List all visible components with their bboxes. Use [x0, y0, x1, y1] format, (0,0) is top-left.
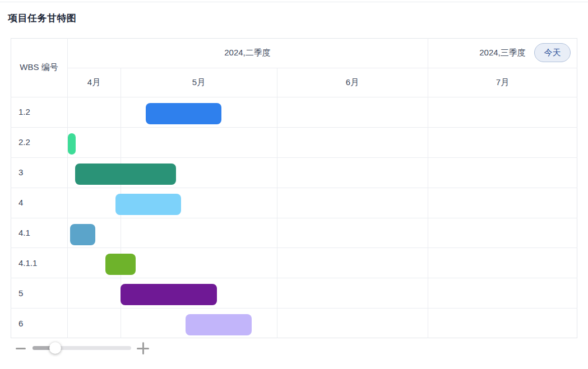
grid-line: [11, 218, 577, 218]
today-button[interactable]: 今天: [534, 43, 571, 62]
wbs-row-label: 6: [11, 308, 67, 338]
month-label: 6月: [277, 68, 428, 97]
task-bar[interactable]: [115, 194, 181, 215]
month-label: 4月: [67, 68, 121, 97]
task-bar[interactable]: [105, 254, 136, 275]
wbs-row-label: 3: [11, 157, 67, 188]
zoom-in-button[interactable]: [136, 341, 150, 356]
plus-icon: [142, 342, 144, 354]
wbs-header-label: WBS 编号: [11, 38, 67, 97]
grid-line: [11, 188, 577, 188]
grid-line: [11, 278, 577, 278]
wbs-row-label: 4.1: [11, 218, 67, 248]
gantt-app: 项目任务甘特图 WBS 编号2024,二季度2024,三季度4月5月6月7月1.…: [0, 0, 588, 369]
grid-line: [11, 247, 577, 248]
minus-icon: [16, 348, 26, 349]
gantt-chart: WBS 编号2024,二季度2024,三季度4月5月6月7月1.22.2344.…: [0, 0, 588, 369]
zoom-slider[interactable]: [33, 346, 131, 350]
grid-line: [11, 97, 577, 97]
task-bar[interactable]: [70, 224, 95, 245]
task-bar[interactable]: [186, 314, 252, 335]
zoom-slider-thumb[interactable]: [49, 342, 61, 354]
wbs-row-label: 1.2: [11, 97, 67, 127]
month-label: 5月: [121, 68, 277, 97]
month-label: 7月: [428, 68, 577, 97]
grid-line: [11, 308, 577, 309]
wbs-row-label: 5: [11, 278, 67, 308]
grid-line: [11, 157, 577, 158]
zoom-out-button[interactable]: [15, 343, 27, 354]
quarter-label: 2024,二季度: [67, 38, 428, 68]
grid-line: [277, 68, 277, 338]
task-bar[interactable]: [121, 284, 217, 305]
task-bar[interactable]: [75, 164, 176, 185]
wbs-row-label: 4: [11, 188, 67, 218]
task-bar[interactable]: [146, 103, 221, 124]
wbs-row-label: 2.2: [11, 127, 67, 157]
grid-line: [11, 127, 577, 128]
wbs-row-label: 4.1.1: [11, 247, 67, 278]
task-bar[interactable]: [68, 133, 76, 155]
